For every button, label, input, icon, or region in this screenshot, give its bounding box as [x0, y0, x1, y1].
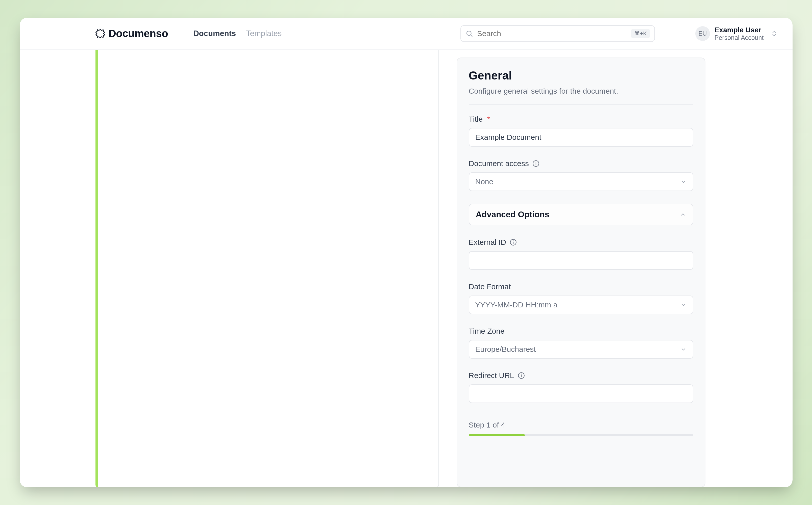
panel-subtitle: Configure general settings for the docum… [469, 87, 693, 105]
time-zone-label: Time Zone [469, 327, 505, 335]
required-indicator: * [487, 115, 490, 123]
primary-nav: Documents Templates [193, 29, 282, 38]
user-account-type: Personal Account [714, 34, 764, 41]
date-format-select[interactable]: YYYY-MM-DD HH:mm a [469, 296, 693, 314]
nav-documents[interactable]: Documents [193, 29, 236, 38]
user-menu[interactable]: EU Example User Personal Account [695, 26, 777, 41]
search-input[interactable] [477, 29, 627, 38]
title-label: Title [469, 115, 483, 123]
brand-name: Documenso [109, 27, 168, 40]
field-title: Title * [469, 115, 693, 147]
advanced-options-toggle[interactable]: Advanced Options [469, 204, 693, 225]
svg-line-1 [471, 35, 472, 37]
date-format-label: Date Format [469, 283, 511, 291]
access-select[interactable]: None [469, 172, 693, 191]
search-box[interactable]: ⌘+K [460, 25, 655, 42]
progress-fill [469, 434, 525, 436]
panel-title: General [469, 69, 693, 82]
info-icon[interactable] [518, 372, 525, 379]
app-window: Documenso Documents Templates ⌘+K EU Exa… [20, 18, 793, 487]
external-id-input[interactable] [469, 251, 693, 270]
brand[interactable]: Documenso [96, 27, 168, 40]
step-indicator: Step 1 of 4 [469, 421, 693, 436]
search-shortcut: ⌘+K [631, 29, 650, 38]
svg-point-10 [521, 374, 521, 374]
svg-point-7 [513, 241, 513, 241]
user-name: Example User [714, 26, 764, 34]
topbar: Documenso Documents Templates ⌘+K EU Exa… [20, 18, 793, 50]
chevrons-up-down-icon [771, 30, 777, 37]
access-label: Document access [469, 159, 529, 168]
field-redirect-url: Redirect URL [469, 371, 693, 403]
external-id-label: External ID [469, 238, 506, 246]
avatar: EU [695, 26, 710, 41]
svg-point-4 [536, 162, 536, 162]
title-input[interactable] [469, 128, 693, 147]
nav-templates[interactable]: Templates [246, 29, 282, 38]
search-icon [465, 30, 473, 37]
content-area: General Configure general settings for t… [20, 50, 793, 487]
field-date-format: Date Format YYYY-MM-DD HH:mm a [469, 283, 693, 314]
advanced-label: Advanced Options [476, 210, 550, 219]
access-value: None [475, 177, 494, 186]
redirect-label: Redirect URL [469, 371, 514, 380]
step-text: Step 1 of 4 [469, 421, 693, 429]
field-external-id: External ID [469, 238, 693, 270]
redirect-input[interactable] [469, 384, 693, 403]
field-time-zone: Time Zone Europe/Bucharest [469, 327, 693, 359]
document-preview[interactable] [96, 50, 439, 487]
chevron-up-icon [680, 211, 686, 218]
brand-logo-icon [96, 29, 105, 38]
info-icon[interactable] [510, 239, 517, 246]
field-document-access: Document access None [469, 159, 693, 191]
settings-panel: General Configure general settings for t… [457, 57, 705, 487]
time-zone-value: Europe/Bucharest [475, 345, 536, 354]
chevron-down-icon [680, 346, 687, 353]
info-icon[interactable] [532, 160, 539, 167]
date-format-value: YYYY-MM-DD HH:mm a [475, 301, 558, 309]
time-zone-select[interactable]: Europe/Bucharest [469, 340, 693, 359]
chevron-down-icon [680, 178, 687, 185]
progress-bar [469, 434, 693, 436]
chevron-down-icon [680, 302, 687, 308]
